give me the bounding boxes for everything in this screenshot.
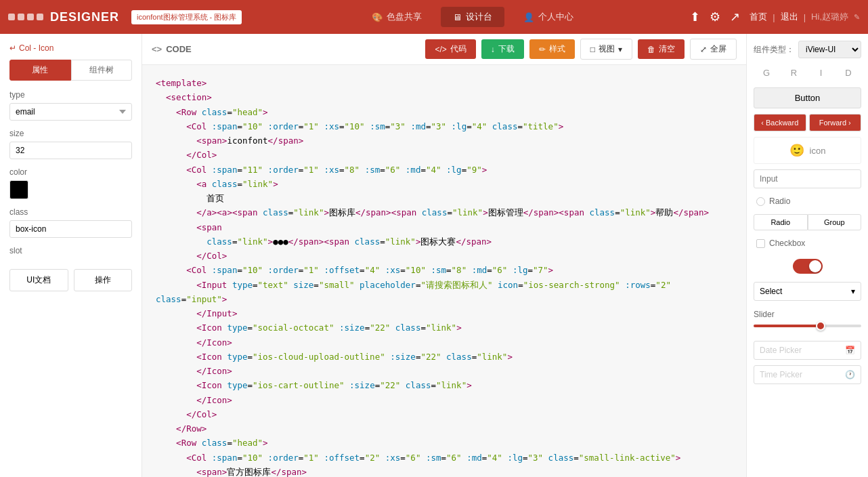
logo-dots — [8, 14, 43, 20]
view-button[interactable]: □ 视图 ▾ — [580, 39, 632, 60]
nav-right: ⬆ ⚙ ↗ 首页 | 退出 | Hi,赵璐婷 ✎ — [690, 9, 860, 24]
clear-button[interactable]: 🗑 清空 — [638, 39, 685, 59]
left-tabs: 属性 组件树 — [9, 60, 132, 81]
home-link[interactable]: 首页 — [750, 11, 767, 23]
icon-preview: 🙂 icon — [754, 137, 861, 164]
backward-button[interactable]: ‹ Backward — [754, 114, 806, 131]
code-button[interactable]: </> 代码 — [425, 39, 475, 59]
dot1 — [8, 14, 15, 20]
tab-tree[interactable]: 组件树 — [71, 60, 133, 81]
user-menu-icon[interactable]: ✎ — [854, 13, 860, 22]
style-icon: ✏ — [539, 45, 546, 54]
right-panel: 组件类型： iView-UI G R I D Button ‹ Backward… — [746, 34, 868, 477]
nav-profile[interactable]: 👤 个人中心 — [511, 7, 586, 27]
slider-thumb[interactable] — [816, 321, 825, 331]
clock-icon: 🕐 — [845, 370, 855, 379]
trash-icon: 🗑 — [647, 45, 655, 54]
checkbox-label: Checkbox — [769, 239, 805, 248]
calendar-icon: 📅 — [845, 346, 855, 355]
size-input[interactable]: 32 — [9, 142, 132, 159]
checkbox-row: Checkbox — [754, 236, 861, 251]
grid-labels: G R I D — [754, 65, 861, 81]
slider-track[interactable] — [754, 325, 861, 327]
action-buttons: UI文档 操作 — [9, 269, 132, 291]
radio-group-btn-2[interactable]: Group — [808, 214, 862, 230]
fullscreen-button[interactable]: ⤢ 全屏 — [690, 39, 737, 60]
dot2 — [18, 14, 24, 20]
user-icon: 👤 — [523, 12, 534, 22]
select-label: Select — [760, 287, 782, 296]
app-title: DESIGNER — [50, 10, 119, 24]
top-links: 首页 | 退出 | Hi,赵璐婷 ✎ — [750, 11, 860, 23]
toggle-knob — [809, 260, 821, 272]
checkbox-box — [756, 239, 765, 248]
grid-g: G — [754, 65, 779, 81]
radio-group-btn-1[interactable]: Radio — [754, 214, 808, 230]
monitor-icon: 🖥 — [453, 12, 462, 22]
center-area: <> CODE </> 代码 ↓ 下载 ✏ 样式 □ 视图 ▾ 🗑 — [142, 34, 746, 477]
username: Hi,赵璐婷 — [811, 11, 848, 23]
main-area: ↵ Col - Icon 属性 组件树 type email size 32 c… — [0, 34, 868, 477]
slot-label: slot — [9, 246, 132, 255]
component-type-select[interactable]: iView-UI — [798, 41, 861, 58]
nav-design[interactable]: 🖥 设计台 — [441, 7, 504, 27]
code-icon: <> — [152, 44, 162, 54]
radio-group-row: Radio Group — [754, 214, 861, 230]
date-picker-preview[interactable]: Date Picker 📅 — [754, 341, 861, 360]
color-swatch[interactable] — [9, 180, 28, 199]
code-btn-icon: </> — [435, 45, 446, 54]
slider-label: Slider — [754, 310, 775, 319]
class-input[interactable]: box-icon — [9, 220, 132, 238]
input-preview[interactable] — [754, 169, 861, 188]
color-label: color — [9, 167, 132, 177]
style-button[interactable]: ✏ 样式 — [529, 39, 575, 59]
size-label: size — [9, 129, 132, 138]
top-nav: DESIGNER iconfont图标管理系统 - 图标库 🎨 色盘共享 🖥 设… — [0, 0, 868, 34]
settings-icon[interactable]: ⚙ — [710, 9, 720, 24]
slider-fill — [754, 325, 818, 327]
download-icon: ↓ — [491, 45, 495, 54]
palette-icon: 🎨 — [372, 12, 383, 22]
time-picker-preview[interactable]: Time Picker 🕐 — [754, 365, 861, 384]
view-chevron-icon: ▾ — [618, 45, 622, 54]
dot4 — [37, 14, 43, 20]
select-chevron-icon: ▾ — [851, 287, 855, 296]
grid-d: D — [836, 65, 861, 81]
class-label: class — [9, 207, 132, 217]
icon-label: icon — [810, 146, 826, 156]
code-toolbar: <> CODE </> 代码 ↓ 下载 ✏ 样式 □ 视图 ▾ 🗑 — [142, 34, 746, 65]
download-button[interactable]: ↓ 下载 — [481, 39, 524, 59]
code-editor[interactable]: <template> <section> <Row class="head"> … — [142, 65, 746, 477]
forward-button[interactable]: Forward › — [809, 114, 862, 131]
smiley-icon: 🙂 — [789, 143, 804, 158]
dot3 — [27, 14, 34, 20]
toggle-switch[interactable] — [793, 259, 823, 274]
slider-row: Slider — [754, 306, 861, 335]
upload-icon[interactable]: ⬆ — [690, 9, 700, 24]
time-picker-label: Time Picker — [760, 370, 802, 379]
radio-row: Radio — [754, 194, 861, 209]
share-icon[interactable]: ↗ — [730, 9, 740, 24]
type-label: type — [9, 90, 132, 100]
select-preview[interactable]: Select ▾ — [754, 282, 861, 301]
ui-doc-button[interactable]: UI文档 — [9, 269, 68, 291]
action-button[interactable]: 操作 — [74, 269, 133, 291]
view-icon: □ — [590, 45, 595, 54]
backward-forward-row: ‹ Backward Forward › — [754, 114, 861, 131]
logout-link[interactable]: 退出 — [781, 11, 798, 23]
fullscreen-icon: ⤢ — [700, 45, 707, 54]
app-tag: iconfont图标管理系统 - 图标库 — [131, 10, 242, 24]
toggle-row — [754, 256, 861, 276]
radio-circle — [756, 197, 765, 206]
breadcrumb-icon: ↵ — [9, 43, 16, 53]
grid-r: R — [781, 65, 806, 81]
nav-center: 🎨 色盘共享 🖥 设计台 👤 个人中心 — [262, 7, 683, 27]
tab-props[interactable]: 属性 — [9, 60, 71, 81]
radio-label: Radio — [769, 196, 790, 206]
left-panel: ↵ Col - Icon 属性 组件树 type email size 32 c… — [0, 34, 142, 477]
button-component[interactable]: Button — [754, 87, 861, 108]
date-picker-label: Date Picker — [760, 346, 802, 355]
type-select[interactable]: email — [9, 103, 132, 121]
breadcrumb: ↵ Col - Icon — [9, 43, 132, 53]
nav-palette[interactable]: 🎨 色盘共享 — [360, 7, 434, 27]
